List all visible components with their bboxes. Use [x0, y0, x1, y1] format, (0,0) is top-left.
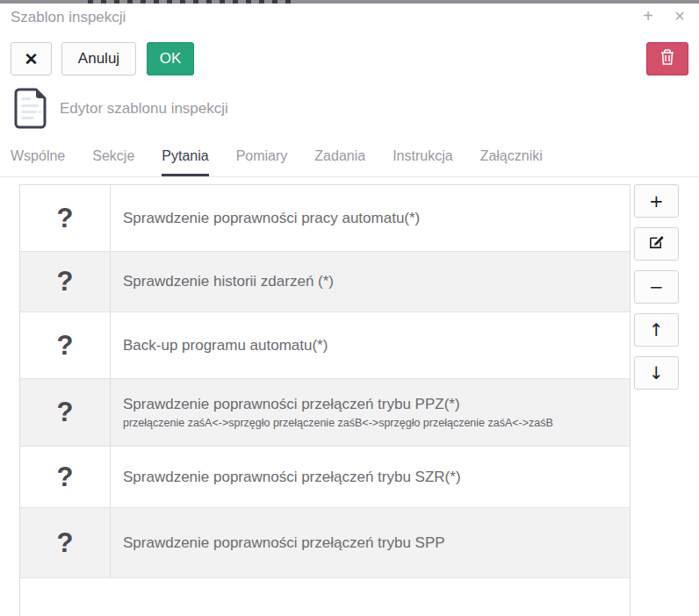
question-row[interactable]: ? Sprawdzenie poprawności przełączeń try…: [20, 508, 630, 578]
inspection-template-dialog: Szablon inspekcji + × ✕ Anuluj OK Edytor…: [0, 0, 699, 616]
empty-list-space: [20, 578, 630, 615]
question-row[interactable]: ? Back-up programu automatu(*): [20, 312, 630, 379]
edit-question-button[interactable]: [634, 227, 679, 261]
question-row[interactable]: ? Sprawdzenie historii zdarzeń (*): [20, 252, 630, 312]
document-icon: [14, 88, 47, 129]
edit-icon: [648, 233, 665, 254]
tab-zalaczniki[interactable]: Załączniki: [480, 146, 543, 176]
list-action-buttons: + − ↑ ↓: [634, 184, 679, 390]
delete-button[interactable]: [646, 42, 688, 75]
tab-sekcje[interactable]: Sekcje: [92, 146, 134, 176]
move-down-button[interactable]: ↓: [634, 356, 679, 390]
maximize-icon[interactable]: +: [639, 5, 657, 26]
tab-pomiary[interactable]: Pomiary: [236, 146, 288, 176]
question-mark-icon: ?: [20, 379, 111, 446]
question-row[interactable]: ? Sprawdzenie poprawności przełączeń try…: [20, 447, 630, 508]
trash-icon: [659, 48, 675, 70]
question-title: Back-up programu automatu(*): [123, 336, 617, 355]
add-question-button[interactable]: +: [634, 184, 679, 218]
close-button[interactable]: ✕: [11, 42, 52, 75]
background-window-edge: [0, 0, 699, 4]
question-mark-icon: ?: [20, 185, 111, 251]
tab-instrukcja[interactable]: Instrukcja: [393, 146, 452, 176]
dialog-title: Szablon inspekcji: [11, 9, 126, 26]
tab-wspolne[interactable]: Wspólne: [11, 146, 65, 176]
question-title: Sprawdzenie historii zdarzeń (*): [123, 272, 617, 290]
cancel-button[interactable]: Anuluj: [61, 42, 136, 75]
question-mark-icon: ?: [20, 252, 111, 312]
question-title: Sprawdzenie poprawności przełączeń trybu…: [123, 534, 617, 552]
minus-icon: −: [649, 276, 664, 297]
question-title: Sprawdzenie poprawności przełączeń trybu…: [123, 395, 617, 413]
question-row[interactable]: ? Sprawdzenie poprawności pracy automatu…: [20, 185, 630, 252]
move-up-button[interactable]: ↑: [634, 313, 679, 347]
question-subtitle: przełączenie zaśA<->sprzęgło przełączeni…: [123, 417, 617, 430]
question-mark-icon: ?: [20, 312, 111, 378]
question-mark-icon: ?: [20, 447, 111, 507]
ok-button[interactable]: OK: [147, 42, 194, 75]
question-list: ? Sprawdzenie poprawności pracy automatu…: [19, 184, 631, 616]
close-window-icon[interactable]: ×: [671, 5, 688, 26]
question-title: Sprawdzenie poprawności przełączeń trybu…: [123, 468, 617, 486]
editor-header-title: Edytor szablonu inspekcji: [60, 100, 228, 118]
plus-icon: +: [649, 190, 664, 211]
window-controls: + ×: [639, 5, 688, 26]
question-title: Sprawdzenie poprawności pracy automatu(*…: [123, 209, 617, 227]
arrow-down-icon: ↓: [649, 362, 664, 383]
question-mark-icon: ?: [20, 508, 111, 577]
tab-zadania[interactable]: Zadania: [314, 146, 365, 176]
tab-pytania[interactable]: Pytania: [162, 146, 208, 176]
background-window-text-fragment: [88, 0, 292, 4]
tab-bar: Wspólne Sekcje Pytania Pomiary Zadania I…: [0, 146, 699, 177]
question-row[interactable]: ? Sprawdzenie poprawności przełączeń try…: [20, 379, 630, 447]
remove-question-button[interactable]: −: [634, 270, 679, 304]
arrow-up-icon: ↑: [649, 319, 664, 340]
